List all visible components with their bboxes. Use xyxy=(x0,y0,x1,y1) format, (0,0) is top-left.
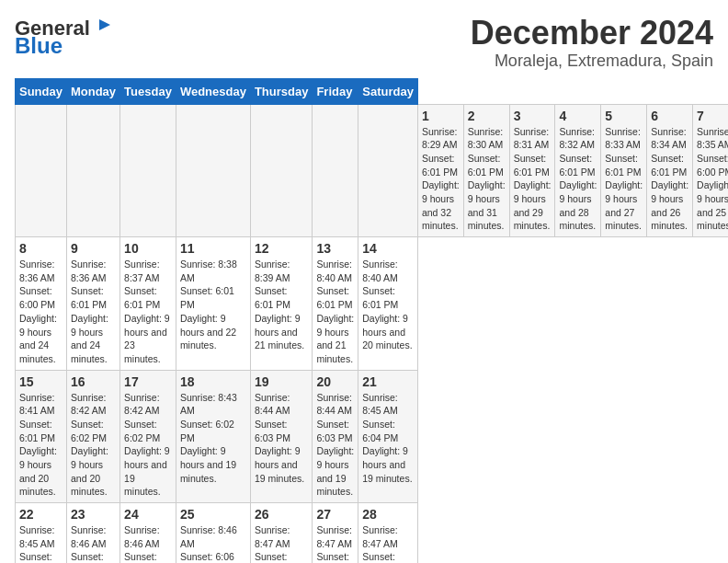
table-row: 22 Sunrise: 8:45 AMSunset: 6:04 PMDaylig… xyxy=(16,503,67,563)
day-number: 28 xyxy=(362,507,414,522)
day-number: 16 xyxy=(71,374,116,389)
day-number: 15 xyxy=(19,374,63,389)
day-info: Sunrise: 8:35 AMSunset: 6:00 PMDaylight:… xyxy=(697,126,728,232)
day-info: Sunrise: 8:39 AMSunset: 6:01 PMDaylight:… xyxy=(255,259,304,350)
day-info: Sunrise: 8:42 AMSunset: 6:02 PMDaylight:… xyxy=(124,392,170,498)
day-number: 3 xyxy=(514,109,552,123)
day-info: Sunrise: 8:45 AMSunset: 6:04 PMDaylight:… xyxy=(362,392,412,484)
table-row: 15 Sunrise: 8:41 AMSunset: 6:01 PMDaylig… xyxy=(16,370,67,503)
table-row: 14 Sunrise: 8:40 AMSunset: 6:01 PMDaylig… xyxy=(358,237,418,371)
day-info: Sunrise: 8:36 AMSunset: 6:01 PMDaylight:… xyxy=(71,259,108,364)
day-info: Sunrise: 8:40 AMSunset: 6:01 PMDaylight:… xyxy=(362,259,412,350)
logo-flag-icon xyxy=(92,17,112,38)
day-info: Sunrise: 8:47 AMSunset: 6:07 PMDaylight:… xyxy=(255,524,304,563)
day-number: 8 xyxy=(19,241,63,256)
day-info: Sunrise: 8:41 AMSunset: 6:01 PMDaylight:… xyxy=(19,392,57,498)
day-number: 20 xyxy=(316,374,354,389)
day-info: Sunrise: 8:37 AMSunset: 6:01 PMDaylight:… xyxy=(124,259,170,364)
month-title: December 2024 xyxy=(471,15,713,52)
day-info: Sunrise: 8:43 AMSunset: 6:02 PMDaylight:… xyxy=(180,392,237,484)
day-number: 10 xyxy=(124,241,172,256)
day-info: Sunrise: 8:46 AMSunset: 6:05 PMDaylight:… xyxy=(71,524,108,563)
col-monday: Monday xyxy=(66,78,119,104)
table-row: 7 Sunrise: 8:35 AMSunset: 6:00 PMDayligh… xyxy=(693,104,728,237)
table-row xyxy=(250,104,313,237)
day-info: Sunrise: 8:29 AMSunset: 6:01 PMDaylight:… xyxy=(422,126,460,232)
calendar-week-row: 15 Sunrise: 8:41 AMSunset: 6:01 PMDaylig… xyxy=(16,370,729,503)
table-row: 10 Sunrise: 8:37 AMSunset: 6:01 PMDaylig… xyxy=(120,237,176,371)
table-row: 1 Sunrise: 8:29 AMSunset: 6:01 PMDayligh… xyxy=(417,104,463,237)
table-row xyxy=(120,104,176,237)
day-info: Sunrise: 8:45 AMSunset: 6:04 PMDaylight:… xyxy=(19,524,57,563)
table-row: 19 Sunrise: 8:44 AMSunset: 6:03 PMDaylig… xyxy=(250,370,313,503)
day-info: Sunrise: 8:46 AMSunset: 6:05 PMDaylight:… xyxy=(124,524,170,563)
day-info: Sunrise: 8:42 AMSunset: 6:02 PMDaylight:… xyxy=(71,392,108,498)
day-number: 21 xyxy=(362,374,414,389)
day-number: 7 xyxy=(697,109,728,123)
table-row: 21 Sunrise: 8:45 AMSunset: 6:04 PMDaylig… xyxy=(358,370,418,503)
table-row: 13 Sunrise: 8:40 AMSunset: 6:01 PMDaylig… xyxy=(313,237,358,371)
table-row: 12 Sunrise: 8:39 AMSunset: 6:01 PMDaylig… xyxy=(250,237,313,371)
table-row: 3 Sunrise: 8:31 AMSunset: 6:01 PMDayligh… xyxy=(509,104,555,237)
table-row: 24 Sunrise: 8:46 AMSunset: 6:05 PMDaylig… xyxy=(120,503,176,563)
day-number: 12 xyxy=(255,241,309,256)
day-info: Sunrise: 8:46 AMSunset: 6:06 PMDaylight:… xyxy=(180,524,237,563)
day-number: 17 xyxy=(124,374,172,389)
day-info: Sunrise: 8:40 AMSunset: 6:01 PMDaylight:… xyxy=(316,259,354,364)
day-number: 24 xyxy=(124,507,172,522)
day-number: 19 xyxy=(255,374,309,389)
table-row xyxy=(16,104,67,237)
table-row: 28 Sunrise: 8:47 AMSunset: 6:08 PMDaylig… xyxy=(358,503,418,563)
day-number: 2 xyxy=(468,109,506,123)
table-row: 18 Sunrise: 8:43 AMSunset: 6:02 PMDaylig… xyxy=(176,370,250,503)
calendar-table: Sunday Monday Tuesday Wednesday Thursday… xyxy=(15,78,728,563)
day-number: 14 xyxy=(362,241,414,256)
table-row: 26 Sunrise: 8:47 AMSunset: 6:07 PMDaylig… xyxy=(250,503,313,563)
col-thursday: Thursday xyxy=(250,78,313,104)
calendar-week-row: 1 Sunrise: 8:29 AMSunset: 6:01 PMDayligh… xyxy=(16,104,729,237)
table-row: 11 Sunrise: 8:38 AMSunset: 6:01 PMDaylig… xyxy=(176,237,250,371)
day-info: Sunrise: 8:30 AMSunset: 6:01 PMDaylight:… xyxy=(468,126,506,232)
table-row xyxy=(313,104,358,237)
calendar-week-row: 8 Sunrise: 8:36 AMSunset: 6:00 PMDayligh… xyxy=(16,237,729,371)
svg-marker-0 xyxy=(99,19,110,30)
day-number: 6 xyxy=(651,109,688,123)
day-info: Sunrise: 8:33 AMSunset: 6:01 PMDaylight:… xyxy=(605,126,643,232)
day-info: Sunrise: 8:47 AMSunset: 6:08 PMDaylight:… xyxy=(362,524,412,563)
day-number: 23 xyxy=(71,507,116,522)
table-row: 5 Sunrise: 8:33 AMSunset: 6:01 PMDayligh… xyxy=(601,104,647,237)
day-number: 27 xyxy=(316,507,354,522)
day-info: Sunrise: 8:44 AMSunset: 6:03 PMDaylight:… xyxy=(316,392,354,498)
calendar-week-row: 22 Sunrise: 8:45 AMSunset: 6:04 PMDaylig… xyxy=(16,503,729,563)
table-row xyxy=(66,104,119,237)
table-row: 2 Sunrise: 8:30 AMSunset: 6:01 PMDayligh… xyxy=(463,104,509,237)
day-number: 11 xyxy=(180,241,246,256)
day-number: 26 xyxy=(255,507,309,522)
col-wednesday: Wednesday xyxy=(176,78,250,104)
table-row: 6 Sunrise: 8:34 AMSunset: 6:01 PMDayligh… xyxy=(647,104,693,237)
day-number: 22 xyxy=(19,507,63,522)
day-number: 1 xyxy=(422,109,460,123)
day-info: Sunrise: 8:32 AMSunset: 6:01 PMDaylight:… xyxy=(559,126,597,232)
logo: General Blue xyxy=(15,18,112,57)
table-row: 4 Sunrise: 8:32 AMSunset: 6:01 PMDayligh… xyxy=(555,104,601,237)
col-sunday: Sunday xyxy=(16,78,67,104)
table-row xyxy=(358,104,418,237)
col-tuesday: Tuesday xyxy=(120,78,176,104)
day-number: 13 xyxy=(316,241,354,256)
table-row: 27 Sunrise: 8:47 AMSunset: 6:07 PMDaylig… xyxy=(313,503,358,563)
day-number: 4 xyxy=(559,109,597,123)
day-number: 18 xyxy=(180,374,246,389)
day-info: Sunrise: 8:36 AMSunset: 6:00 PMDaylight:… xyxy=(19,259,57,364)
table-row: 20 Sunrise: 8:44 AMSunset: 6:03 PMDaylig… xyxy=(313,370,358,503)
table-row: 17 Sunrise: 8:42 AMSunset: 6:02 PMDaylig… xyxy=(120,370,176,503)
title-area: December 2024 Moraleja, Extremadura, Spa… xyxy=(471,15,713,71)
day-number: 25 xyxy=(180,507,246,522)
day-number: 9 xyxy=(71,241,116,256)
col-saturday: Saturday xyxy=(358,78,418,104)
location-subtitle: Moraleja, Extremadura, Spain xyxy=(471,52,713,71)
day-info: Sunrise: 8:47 AMSunset: 6:07 PMDaylight:… xyxy=(316,524,354,563)
table-row xyxy=(176,104,250,237)
table-row: 8 Sunrise: 8:36 AMSunset: 6:00 PMDayligh… xyxy=(16,237,67,371)
day-info: Sunrise: 8:34 AMSunset: 6:01 PMDaylight:… xyxy=(651,126,688,232)
